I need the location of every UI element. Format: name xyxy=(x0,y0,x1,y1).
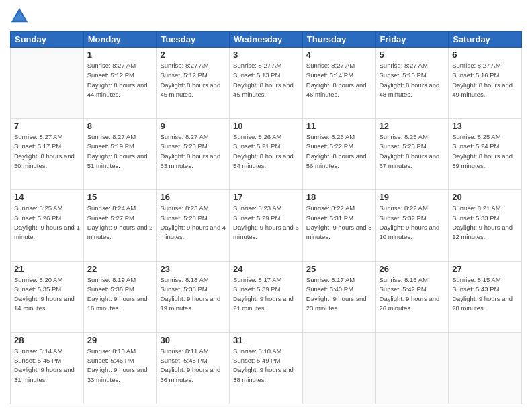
day-number: 9 xyxy=(160,121,226,131)
sunrise: Sunrise: 8:27 AM xyxy=(160,61,226,71)
sunrise: Sunrise: 8:14 AM xyxy=(14,347,80,356)
sunrise: Sunrise: 8:27 AM xyxy=(14,132,80,142)
sunrise: Sunrise: 8:21 AM xyxy=(452,203,518,213)
logo-icon xyxy=(10,7,29,26)
daylight-hours: Daylight: 9 hours and 23 minutes. xyxy=(306,294,372,314)
week-row-2: 14Sunrise: 8:25 AMSunset: 5:26 PMDayligh… xyxy=(11,190,522,261)
day-number: 3 xyxy=(233,50,299,60)
calendar-cell: 8Sunrise: 8:27 AMSunset: 5:19 PMDaylight… xyxy=(83,119,157,190)
day-number: 16 xyxy=(160,192,226,202)
day-number: 2 xyxy=(160,50,226,60)
sunrise: Sunrise: 8:23 AM xyxy=(160,203,226,213)
day-number: 28 xyxy=(14,335,80,345)
sunrise: Sunrise: 8:27 AM xyxy=(87,132,153,142)
daylight-hours: Daylight: 9 hours and 38 minutes. xyxy=(233,365,299,385)
calendar-cell: 24Sunrise: 8:17 AMSunset: 5:39 PMDayligh… xyxy=(230,261,303,332)
sunset: Sunset: 5:17 PM xyxy=(14,142,80,151)
calendar-table: SundayMondayTuesdayWednesdayThursdayFrid… xyxy=(10,31,522,404)
day-number: 17 xyxy=(233,192,299,202)
daylight-hours: Daylight: 9 hours and 12 minutes. xyxy=(452,223,518,242)
sun-info: Sunrise: 8:15 AMSunset: 5:43 PMDaylight:… xyxy=(452,275,518,314)
daylight-hours: Daylight: 8 hours and 59 minutes. xyxy=(452,152,518,171)
sunrise: Sunrise: 8:27 AM xyxy=(233,61,299,71)
sun-info: Sunrise: 8:22 AMSunset: 5:32 PMDaylight:… xyxy=(380,203,445,242)
calendar-cell: 2Sunrise: 8:27 AMSunset: 5:12 PMDaylight… xyxy=(157,48,230,119)
sun-info: Sunrise: 8:26 AMSunset: 5:22 PMDaylight:… xyxy=(306,132,372,171)
daylight-hours: Daylight: 9 hours and 14 minutes. xyxy=(14,294,80,314)
sun-info: Sunrise: 8:23 AMSunset: 5:28 PMDaylight:… xyxy=(160,203,226,242)
sunset: Sunset: 5:29 PM xyxy=(233,214,299,223)
sunset: Sunset: 5:23 PM xyxy=(380,142,445,151)
sun-info: Sunrise: 8:27 AMSunset: 5:12 PMDaylight:… xyxy=(87,61,153,99)
sun-info: Sunrise: 8:27 AMSunset: 5:20 PMDaylight:… xyxy=(160,132,226,171)
sun-info: Sunrise: 8:20 AMSunset: 5:35 PMDaylight:… xyxy=(14,275,80,314)
calendar-cell: 15Sunrise: 8:24 AMSunset: 5:27 PMDayligh… xyxy=(83,190,157,261)
calendar-cell: 30Sunrise: 8:11 AMSunset: 5:48 PMDayligh… xyxy=(157,332,230,404)
sunrise: Sunrise: 8:27 AM xyxy=(306,61,372,71)
sunrise: Sunrise: 8:23 AM xyxy=(233,203,299,213)
weekday-header-row: SundayMondayTuesdayWednesdayThursdayFrid… xyxy=(11,32,522,48)
sunset: Sunset: 5:13 PM xyxy=(233,71,299,80)
day-number: 27 xyxy=(452,264,518,274)
daylight-hours: Daylight: 9 hours and 36 minutes. xyxy=(160,365,226,385)
day-number: 19 xyxy=(380,192,445,202)
daylight-hours: Daylight: 9 hours and 1 minute. xyxy=(14,223,80,242)
calendar-cell: 17Sunrise: 8:23 AMSunset: 5:29 PMDayligh… xyxy=(230,190,303,261)
sunset: Sunset: 5:19 PM xyxy=(87,142,153,151)
day-number: 20 xyxy=(452,192,518,202)
sunrise: Sunrise: 8:10 AM xyxy=(233,347,299,356)
daylight-hours: Daylight: 9 hours and 6 minutes. xyxy=(233,223,299,242)
sunrise: Sunrise: 8:27 AM xyxy=(160,132,226,142)
day-number: 26 xyxy=(380,264,445,274)
daylight-hours: Daylight: 8 hours and 48 minutes. xyxy=(380,81,445,100)
logo xyxy=(10,7,32,26)
calendar-cell: 16Sunrise: 8:23 AMSunset: 5:28 PMDayligh… xyxy=(157,190,230,261)
sunset: Sunset: 5:49 PM xyxy=(233,356,299,365)
sun-info: Sunrise: 8:26 AMSunset: 5:21 PMDaylight:… xyxy=(233,132,299,171)
calendar-cell: 1Sunrise: 8:27 AMSunset: 5:12 PMDaylight… xyxy=(83,48,157,119)
sunrise: Sunrise: 8:15 AM xyxy=(452,275,518,285)
weekday-header-sunday: Sunday xyxy=(11,32,84,48)
daylight-hours: Daylight: 8 hours and 53 minutes. xyxy=(160,152,226,171)
sunset: Sunset: 5:12 PM xyxy=(87,71,153,80)
sunset: Sunset: 5:43 PM xyxy=(452,285,518,294)
weekday-header-friday: Friday xyxy=(375,32,449,48)
calendar-cell: 21Sunrise: 8:20 AMSunset: 5:35 PMDayligh… xyxy=(11,261,84,332)
sunrise: Sunrise: 8:20 AM xyxy=(14,275,80,285)
weekday-header-monday: Monday xyxy=(83,32,157,48)
sun-info: Sunrise: 8:27 AMSunset: 5:17 PMDaylight:… xyxy=(14,132,80,171)
sunset: Sunset: 5:16 PM xyxy=(452,71,518,80)
daylight-hours: Daylight: 9 hours and 21 minutes. xyxy=(233,294,299,314)
sunset: Sunset: 5:46 PM xyxy=(87,356,153,365)
sunrise: Sunrise: 8:17 AM xyxy=(233,275,299,285)
day-number: 11 xyxy=(306,121,372,131)
sunrise: Sunrise: 8:11 AM xyxy=(160,347,226,356)
sun-info: Sunrise: 8:27 AMSunset: 5:15 PMDaylight:… xyxy=(380,61,445,99)
calendar-cell: 14Sunrise: 8:25 AMSunset: 5:26 PMDayligh… xyxy=(11,190,84,261)
daylight-hours: Daylight: 8 hours and 45 minutes. xyxy=(160,81,226,100)
sun-info: Sunrise: 8:17 AMSunset: 5:40 PMDaylight:… xyxy=(306,275,372,314)
calendar-cell: 5Sunrise: 8:27 AMSunset: 5:15 PMDaylight… xyxy=(375,48,449,119)
sun-info: Sunrise: 8:23 AMSunset: 5:29 PMDaylight:… xyxy=(233,203,299,242)
sunset: Sunset: 5:12 PM xyxy=(160,71,226,80)
daylight-hours: Daylight: 8 hours and 54 minutes. xyxy=(233,152,299,171)
day-number: 13 xyxy=(452,121,518,131)
sunrise: Sunrise: 8:24 AM xyxy=(87,203,153,213)
sunset: Sunset: 5:39 PM xyxy=(233,285,299,294)
sunset: Sunset: 5:31 PM xyxy=(306,214,372,223)
sun-info: Sunrise: 8:27 AMSunset: 5:16 PMDaylight:… xyxy=(452,61,518,99)
calendar-cell: 11Sunrise: 8:26 AMSunset: 5:22 PMDayligh… xyxy=(302,119,375,190)
day-number: 23 xyxy=(160,264,226,274)
daylight-hours: Daylight: 8 hours and 56 minutes. xyxy=(306,152,372,171)
sunset: Sunset: 5:21 PM xyxy=(233,142,299,151)
sunrise: Sunrise: 8:19 AM xyxy=(87,275,153,285)
day-number: 30 xyxy=(160,335,226,345)
day-number: 22 xyxy=(87,264,153,274)
sun-info: Sunrise: 8:24 AMSunset: 5:27 PMDaylight:… xyxy=(87,203,153,242)
calendar-cell: 7Sunrise: 8:27 AMSunset: 5:17 PMDaylight… xyxy=(11,119,84,190)
calendar-cell: 27Sunrise: 8:15 AMSunset: 5:43 PMDayligh… xyxy=(449,261,522,332)
sunrise: Sunrise: 8:26 AM xyxy=(306,132,372,142)
sunset: Sunset: 5:35 PM xyxy=(14,285,80,294)
sunrise: Sunrise: 8:16 AM xyxy=(380,275,445,285)
day-number: 21 xyxy=(14,264,80,274)
